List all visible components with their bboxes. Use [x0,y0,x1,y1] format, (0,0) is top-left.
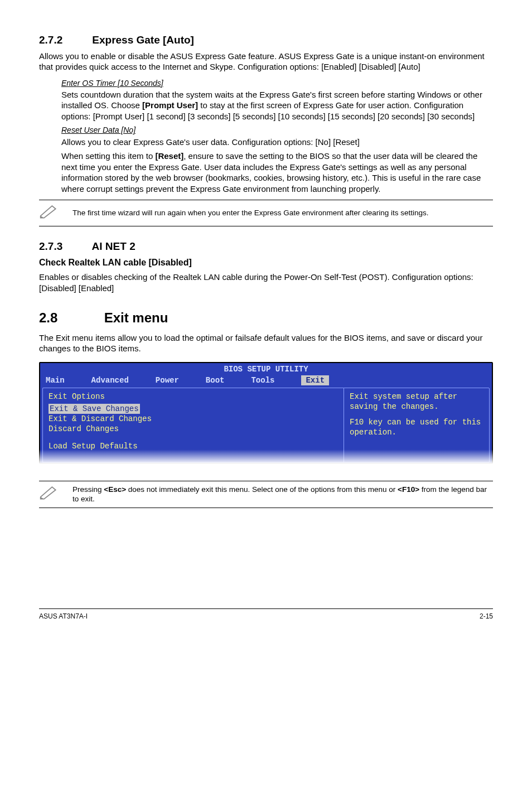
pencil-icon [39,485,72,504]
bios-help-text: Exit system setup after saving the chang… [350,392,483,412]
bios-option-selected: Exit & Save Changes [49,404,140,414]
note-callout: The first time wizard will run again whe… [39,200,493,226]
bios-option: Discard Changes [49,424,338,434]
chapter-title: Exit menu [104,310,168,325]
fade-overlay [39,450,493,464]
section-heading: 2.7.3 AI NET 2 [39,240,493,254]
note-text: The first time wizard will run again whe… [72,208,429,218]
sub-body: Sets countdown duration that the system … [61,89,493,122]
bios-tab: Main [46,375,65,385]
bios-tab-bar: Main Advanced Power Boot Tools Exit [40,375,492,388]
bios-tab: Boot [206,375,225,385]
section-heading: 2.7.2 Express Gate [Auto] [39,33,493,47]
section-title: AI NET 2 [92,240,136,252]
subsection: Enter OS Timer [10 Seconds] Sets countdo… [61,78,493,194]
bold-text: <Esc> [104,485,126,494]
subsection-heading: Check Realtek LAN cable [Disabled] [39,257,493,269]
bios-help-text: F10 key can be used for this operation. [350,417,483,437]
footer-left: ASUS AT3N7A-I [39,612,88,621]
note-callout: Pressing <Esc> does not immediately exit… [39,481,493,508]
chapter-heading: 2.8 Exit menu [39,309,493,326]
section-title: Express Gate [Auto] [92,34,194,46]
bold-text: <F10> [398,485,419,494]
section-body: Enables or disables checking of the Real… [39,272,493,293]
bold-text: [Reset] [155,151,183,161]
bios-options-heading: Exit Options [49,392,338,402]
sub-heading: Reset User Data [No] [61,125,493,135]
sub-heading: Enter OS Timer [10 Seconds] [61,78,493,88]
section-intro: Allows you to enable or disable the ASUS… [39,51,493,73]
bios-option: Exit & Discard Changes [49,414,338,424]
bios-tab: Advanced [91,375,129,385]
bios-tab: Power [156,375,179,385]
text: Pressing [72,485,104,494]
sub-body: When setting this item to [Reset], ensur… [61,151,493,194]
text: When setting this item to [61,151,155,161]
note-text: Pressing <Esc> does not immediately exit… [72,485,493,504]
text: does not immediately exit this menu. Sel… [126,485,398,494]
bios-tab-active: Exit [301,375,329,385]
pencil-icon [39,204,72,223]
bios-title: BIOS SETUP UTILITY [40,363,492,375]
section-number: 2.7.3 [39,240,89,254]
bios-tab: Tools [251,375,274,385]
bios-screenshot: BIOS SETUP UTILITY Main Advanced Power B… [39,362,493,464]
footer-right: 2-15 [480,612,493,621]
sub-body: Allows you to clear Express Gate's user … [61,137,493,148]
chapter-number: 2.8 [39,309,100,326]
chapter-intro: The Exit menu items allow you to load th… [39,332,493,354]
page-footer: ASUS AT3N7A-I 2-15 [39,608,493,621]
bold-text: [Prompt User] [142,100,198,110]
section-number: 2.7.2 [39,33,89,47]
